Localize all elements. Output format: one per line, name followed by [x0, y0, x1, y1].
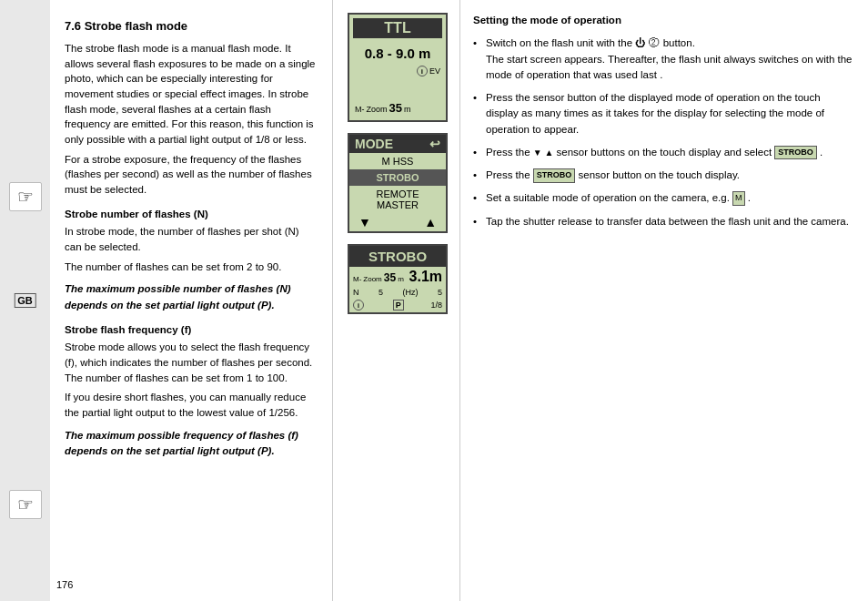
bullet-item-5: • Set a suitable mode of operation on th…: [473, 190, 855, 206]
sub1-p2: The number of flashes can be set from 2 …: [65, 260, 316, 275]
strobo-row3: i P 1/8: [349, 298, 446, 312]
section-title: 7.6 Strobe flash mode: [65, 18, 316, 36]
strobo-info-icon: i: [353, 300, 364, 311]
lcd-ttl-screen: TTL 0.8 - 9.0 m i EV M- Zoom 35 m: [348, 13, 448, 122]
intro-p2: For a strobe exposure, the frequency of …: [65, 152, 316, 198]
bullet-item-4: • Press the STROBO sensor button on the …: [473, 168, 855, 183]
zoom-unit: m: [404, 105, 411, 114]
main-content: 7.6 Strobe flash mode The strobe flash m…: [50, 0, 868, 601]
bullet-text-5: Set a suitable mode of operation on the …: [486, 190, 751, 206]
mode-header: MODE ↩: [349, 135, 446, 153]
zoom-row: M- Zoom 35 m: [353, 99, 442, 117]
return-icon: ↩: [429, 137, 440, 151]
bullets-panel: Setting the mode of operation • Switch o…: [460, 0, 868, 601]
bullet-item-2: • Press the sensor button of the display…: [473, 90, 855, 138]
ev-row: i EV: [353, 65, 442, 77]
fraction: 1/8: [430, 300, 442, 310]
mode-arrow-up: ▲: [424, 215, 437, 229]
bullet-text-4: Press the STROBO sensor button on the to…: [486, 168, 740, 183]
strobo-distance: 3.1m: [409, 269, 442, 285]
intro-p1: The strobe flash mode is a manual flash …: [65, 41, 316, 148]
note1: The maximum possible number of flashes (…: [65, 281, 316, 313]
lcd-strobo-screen: STROBO M- Zoom 35 m 3.1m N 5 (Hz): [348, 244, 448, 314]
bullet-item-6: • Tap the shutter release to transfer da…: [473, 214, 855, 229]
note-icon-bottom: ☞: [9, 490, 42, 519]
sub1-title: Strobe number of flashes (N): [65, 207, 316, 222]
info-icon: i: [417, 66, 428, 76]
mode-arrow-down: ▼: [358, 215, 371, 229]
bullet-dot-5: •: [473, 190, 482, 206]
sz-value: 35: [384, 271, 396, 284]
bullet-dot-3: •: [473, 145, 482, 160]
bullet-dot-6: •: [473, 214, 482, 229]
mode-arrows: ▼ ▲: [349, 213, 446, 231]
sub2-title: Strobe flash frequency (f): [65, 322, 316, 338]
sz-unit: m: [398, 275, 404, 283]
strobo-zoom: M- Zoom 35 m: [353, 271, 404, 284]
bullet-dot-1: •: [473, 36, 482, 83]
left-margin: GB ☞ ☞: [0, 0, 50, 601]
strobo-info-row: M- Zoom 35 m 3.1m: [349, 267, 446, 287]
sub2-p2: If you desire short flashes, you can man…: [65, 390, 316, 420]
hz-value: 5: [438, 288, 442, 297]
sz-sub: Zoom: [363, 275, 381, 283]
bullet-dot-4: •: [473, 168, 482, 183]
bullet-item-3: • Press the ▼ ▲ sensor buttons on the to…: [473, 145, 855, 160]
strobo-header: STROBO: [349, 246, 446, 267]
m-box: M: [732, 191, 745, 206]
note-symbol-top: ☞: [17, 186, 34, 208]
mode-m-hss: M HSS: [349, 153, 446, 169]
zoom-sub: Zoom: [367, 105, 388, 114]
bullet-text-2: Press the sensor button of the displayed…: [486, 90, 855, 138]
page-number: 176: [56, 579, 73, 590]
bullet-text-1: Switch on the flash unit with the ⏻ ② bu…: [486, 36, 855, 83]
mode-remote-master: REMOTE MASTER: [349, 186, 446, 213]
bullet-dot-2: •: [473, 90, 482, 138]
hz-label: (Hz): [402, 288, 418, 297]
ttl-label: TTL: [353, 18, 442, 38]
p-label: P: [393, 300, 404, 311]
note2: The maximum possible frequency of flashe…: [65, 428, 316, 460]
zoom-area: M- Zoom 35 m: [355, 101, 410, 115]
note-symbol-bottom: ☞: [17, 494, 34, 515]
mode-label: MODE: [355, 137, 393, 151]
note-icon-top: ☞: [9, 182, 42, 211]
lcd-mode-screen: MODE ↩ M HSS STROBO REMOTE MASTER ▼ ▲: [348, 133, 448, 233]
sz-label: M-: [353, 275, 361, 283]
setting-title: Setting the mode of operation: [473, 13, 855, 28]
sub1-p1: In strobe mode, the number of flashes pe…: [65, 224, 316, 254]
right-split: TTL 0.8 - 9.0 m i EV M- Zoom 35 m: [333, 0, 868, 601]
bullet-item-1: • Switch on the flash unit with the ⏻ ② …: [473, 36, 855, 83]
mode-strobo: STROBO: [349, 169, 446, 186]
ev-label: EV: [429, 66, 440, 76]
n-label: N: [353, 288, 359, 297]
text-column: 7.6 Strobe flash mode The strobe flash m…: [50, 0, 332, 601]
n-value: 5: [378, 288, 383, 297]
distance-display: 0.8 - 9.0 m: [353, 42, 442, 65]
bullet-text-3: Press the ▼ ▲ sensor buttons on the touc…: [486, 145, 823, 160]
strobo-box-3: STROBO: [774, 146, 817, 160]
bullet-text-6: Tap the shutter release to transfer data…: [486, 214, 849, 229]
sub2-p1: Strobe mode allows you to select the fla…: [65, 340, 316, 385]
screens-panel: TTL 0.8 - 9.0 m i EV M- Zoom 35 m: [333, 0, 460, 601]
language-label: GB: [14, 293, 36, 308]
zoom-label: M-: [355, 105, 365, 114]
right-area: TTL 0.8 - 9.0 m i EV M- Zoom 35 m: [333, 0, 868, 601]
strobo-row2: N 5 (Hz) 5: [349, 287, 446, 298]
strobo-box-4: STROBO: [533, 168, 576, 183]
zoom-value: 35: [389, 101, 402, 115]
